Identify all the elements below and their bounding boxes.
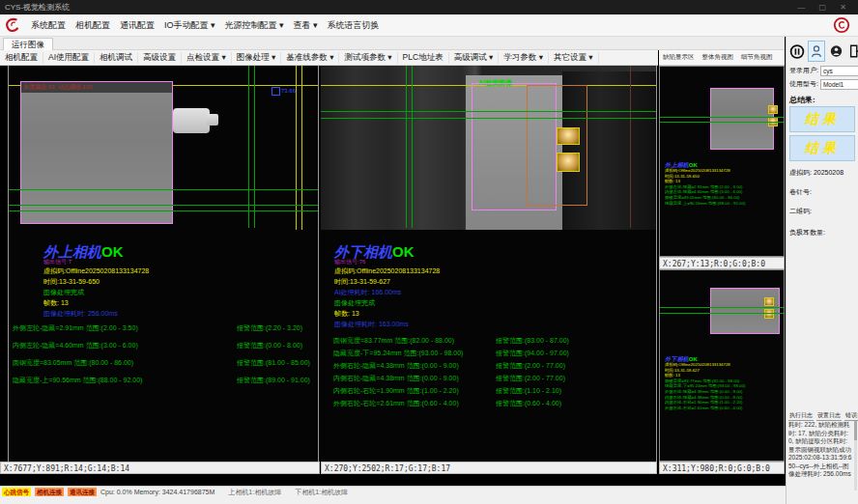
log-tabs: 执行日志设置日志错误日志	[788, 411, 858, 421]
total-result-label: 总结果:	[789, 95, 815, 105]
thumb-view-tabs: 缺陷显示区整体角视图细节角视图	[659, 50, 785, 66]
roi-threshold-label: 灰度阈值:93, 动态阈值:100	[21, 82, 172, 93]
coord-bar-mid: X:270;Y:2502;R:17;G:17;B:17	[321, 462, 657, 474]
toolbar-button[interactable]: PLC地址表	[398, 52, 449, 64]
measurement-row: 内侧左轮-隐藏=4.60mm 范围:(3.00 - 6.00)报警范围:(0.0…	[13, 341, 319, 358]
measurement-row: 隐藏宽度-上=90.56mm 范围:(88.00 - 92.00)报警范围:(8…	[13, 376, 319, 393]
measure-tag-icon	[272, 87, 280, 96]
menu-item[interactable]: 通讯配置	[120, 19, 155, 32]
user-manage-button[interactable]	[827, 41, 844, 62]
tab-strip: 运行图像	[0, 37, 785, 50]
tab-count-row: 负极耳数量:	[789, 228, 825, 238]
thumb-roi	[710, 88, 774, 150]
connector-blob	[173, 108, 210, 133]
log-tab[interactable]: 错误日志	[844, 411, 858, 421]
thumb-view-top[interactable]: 外上相机OK 虚拟码:Offline20250208133134728时间:13…	[659, 66, 785, 257]
app-window: CYS-视觉检测系统 — ▢ ✕ 系统配置相机配置通讯配置IO手动配置 ▾光源控…	[0, 0, 858, 504]
menu-item[interactable]: 系统配置	[31, 19, 66, 32]
status-line: 图像处理完成	[43, 287, 149, 297]
log-tab[interactable]: 执行日志	[788, 411, 814, 421]
menu-item[interactable]: 系统语言切换	[328, 19, 380, 32]
right-panel: 登录用户: cys 使用型号: Model1 总结果: 结果 结果 虚拟码: 2…	[786, 37, 858, 504]
toolbar-button[interactable]: AI使用配置	[43, 52, 95, 64]
menu-item[interactable]: 光源控制配置 ▾	[225, 19, 284, 32]
cpu-memory-text: Cpu: 0.0% Memory: 3424.41796875M	[100, 488, 214, 496]
barcode-line: 虚拟码:Offline20250208133134728	[334, 266, 440, 276]
thumb-top-text: 外上相机OK 虚拟码:Offline20250208133134728时间:13…	[665, 161, 779, 206]
elapsed-line: 图像处理耗时: 163.00ms	[334, 319, 440, 329]
measurement-row: 隐藏宽度-下=95.24mm 范围:(93.00 - 98.00)报警范围:(9…	[333, 349, 652, 361]
toolbar-button[interactable]: 测试项参数 ▾	[339, 52, 397, 64]
measurement-row: 外侧右轮-隐藏=4.38mm 范围:(0.00 - 9.00)报警范围:(2.0…	[333, 361, 652, 374]
status-badge-heartbeat: 心跳信号	[2, 488, 31, 496]
measurement-row: 外侧左轮-隐藏=2.91mm 范围:(2.00 - 3.50)报警范围:(2.2…	[13, 323, 319, 341]
coord-bar-left: X:7677;Y:891;R:14;G:14;B:14	[0, 462, 320, 474]
toolbar-button[interactable]: 学习参数 ▾	[499, 52, 549, 64]
measurement-list-left: 外侧左轮-隐藏=2.91mm 范围:(2.00 - 3.50)报警范围:(2.2…	[13, 323, 319, 393]
camera-view-left[interactable]: 灰度阈值:93, 动态阈值:100 73.66 外上相机OK 输出信号:T 虚拟…	[8, 66, 319, 462]
toolbar-button[interactable]: 相机调试	[95, 52, 138, 64]
toolbar-button[interactable]: 基准线参数 ▾	[281, 52, 339, 64]
time-line: 时间:13-31-59-650	[43, 276, 149, 287]
menu-item[interactable]: IO手动配置 ▾	[164, 19, 215, 32]
status-badge-comm: 通讯连接	[68, 488, 97, 496]
window-title: CYS-视觉检测系统	[5, 3, 70, 12]
thumb-view-tab[interactable]: 缺陷显示区	[659, 53, 699, 62]
elapsed-line: 图像处理耗时: 256.00ms	[43, 308, 149, 319]
measure-tag: 73.66	[272, 87, 296, 96]
barcode-line: 虚拟码:Offline20250208133134728	[43, 266, 149, 276]
log-tab[interactable]: 设置日志	[816, 411, 842, 421]
camera-title: 外下相机OK	[334, 245, 440, 259]
toolbar-button[interactable]: 相机配置	[0, 52, 43, 64]
camera-info-mid: 外下相机OK 输出信号:76 虚拟码:Offline20250208133134…	[334, 245, 440, 329]
logout-button[interactable]	[846, 41, 858, 62]
measurement-row: 内侧右轮-右轮=1.90mm 范围:(1.00 - 2.20)报警范围:(1.1…	[333, 386, 652, 399]
camera-info-left: 外上相机OK 输出信号:T 虚拟码:Offline202502081331347…	[43, 245, 149, 319]
toolbar: 相机配置AI使用配置相机调试高级设置点检设置 ▾图像处理 ▾基准线参数 ▾测试项…	[0, 50, 658, 66]
ai-elapsed-line: AI处理耗时: 166.00ms	[334, 287, 440, 297]
thumb-view-bottom[interactable]: 外下相机OK 虚拟码:Offline20250208133134728时间:13…	[659, 269, 785, 462]
barcode-row: 虚拟码: 20250208	[789, 168, 844, 178]
roi-rect-pink: 灰度阈值:93, 动态阈值:100	[20, 81, 173, 224]
toolbar-button[interactable]: 点检设置 ▾	[182, 52, 232, 64]
camera-bottom-fault: 下相机1:相机故障	[295, 488, 348, 496]
frame-line: 帧数: 13	[43, 297, 149, 308]
measurement-row: 圆钢宽度=83.77mm 范围:(82.00 - 88.00)报警范围:(83.…	[333, 336, 652, 349]
user-login-button[interactable]	[808, 41, 825, 62]
measurement-row: 外侧右轮-右轮=2.61mm 范围:(0.60 - 4.00)报警范围:(0.6…	[333, 399, 652, 411]
toolbar-button[interactable]: 高级调试 ▾	[449, 52, 500, 64]
statusbar: 心跳信号 相机连接 通讯连接 Cpu: 0.0% Memory: 3424.41…	[0, 486, 786, 504]
close-button[interactable]: ✕	[840, 3, 852, 12]
pause-icon	[789, 43, 805, 60]
log-scrollbar[interactable]	[854, 421, 857, 490]
measurement-row: 圆钢宽度=83.05mm 范围:(80.00 - 86.00)报警范围:(81.…	[13, 358, 319, 376]
exit-door-icon	[848, 44, 858, 58]
pause-button[interactable]	[788, 41, 806, 62]
frame-line: 帧数: 13	[334, 308, 440, 319]
camera-view-mid[interactable]: AI检测图像 外下相机OK 输出信号:76 虚拟码:Offline2025020…	[321, 66, 657, 462]
menu-item[interactable]: 查看 ▾	[294, 19, 318, 32]
bottom-gap	[0, 474, 786, 486]
thumb-bottom-text: 外下相机OK 虚拟码:Offline20250208133134728时间:13…	[665, 355, 779, 410]
maximize-button[interactable]: ▢	[819, 3, 833, 12]
minimize-button[interactable]: —	[797, 3, 811, 12]
login-user-row: 登录用户: cys	[789, 66, 858, 76]
camera-top-fault: 上相机1:相机故障	[228, 488, 281, 496]
user-dark-icon	[830, 44, 843, 58]
menu-item[interactable]: 相机配置	[75, 19, 110, 32]
thumb-view-tab[interactable]: 整体角视图	[699, 53, 738, 62]
brand-logo-icon	[833, 16, 850, 34]
toolbar-button[interactable]: 其它设置 ▾	[549, 52, 599, 64]
toolbar-button[interactable]: 图像处理 ▾	[232, 52, 282, 64]
tab-run-image[interactable]: 运行图像	[3, 38, 53, 51]
login-user-field[interactable]: cys	[820, 66, 858, 76]
time-line: 时间:13-31-59-627	[334, 276, 440, 287]
toolbar-button[interactable]: 高级设置	[138, 52, 182, 64]
pin-row: 卷针号:	[789, 187, 812, 197]
result-box-2: 结果	[789, 135, 855, 161]
thumb-view-tab[interactable]: 细节角视图	[737, 53, 777, 62]
model-field[interactable]: Model1	[820, 79, 858, 90]
status-line: 图像处理完成	[334, 297, 440, 308]
app-logo-icon	[3, 16, 22, 34]
connector-tip	[207, 114, 218, 126]
